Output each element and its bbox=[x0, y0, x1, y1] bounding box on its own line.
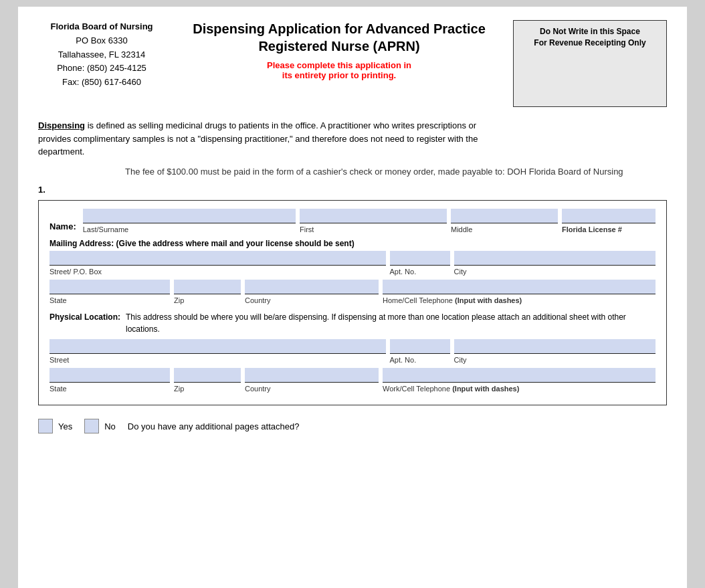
physical-street-label: Street bbox=[49, 356, 386, 364]
middle-name-group: Middle bbox=[451, 209, 558, 233]
description: Dispensing is defined as selling medicin… bbox=[38, 119, 493, 159]
mailing-apt-label: Apt. No. bbox=[390, 268, 450, 276]
page-title: Dispensing Application for Advanced Prac… bbox=[179, 20, 500, 55]
yes-label: Yes bbox=[58, 421, 72, 431]
last-surname-group: Last/Surname bbox=[83, 209, 296, 233]
mailing-city-input[interactable] bbox=[454, 251, 656, 266]
physical-location-desc: This address should be where you will be… bbox=[126, 311, 656, 335]
physical-apt-label: Apt. No. bbox=[390, 356, 450, 364]
physical-location-label: Physical Location: bbox=[49, 311, 120, 322]
bottom-row: Yes No Do you have any additional pages … bbox=[38, 419, 667, 433]
physical-state-row: State Zip Country Work/Cell Telephone (I… bbox=[49, 368, 656, 393]
name-row: Name: Last/Surname First Middle Florida … bbox=[49, 209, 656, 233]
physical-street-group: Street bbox=[49, 339, 386, 364]
org-phone: Phone: (850) 245-4125 bbox=[38, 62, 165, 76]
physical-zip-group: Zip bbox=[174, 368, 241, 393]
mailing-country-group: Country bbox=[245, 280, 379, 304]
physical-zip-input[interactable] bbox=[174, 368, 241, 383]
mailing-city-group: City bbox=[454, 251, 656, 276]
org-name: Florida Board of Nursing bbox=[38, 20, 165, 34]
mailing-zip-group: Zip bbox=[174, 280, 241, 304]
florida-license-label: Florida License # bbox=[562, 225, 656, 233]
mailing-country-label: Country bbox=[245, 296, 379, 304]
mailing-street-city-row: Street/ P.O. Box Apt. No. City bbox=[49, 251, 656, 276]
physical-apt-input[interactable] bbox=[390, 339, 450, 354]
physical-city-label: City bbox=[454, 356, 656, 364]
yes-checkbox[interactable] bbox=[38, 419, 53, 433]
physical-zip-label: Zip bbox=[174, 385, 241, 393]
no-checkbox[interactable] bbox=[84, 419, 99, 433]
first-name-label: First bbox=[300, 225, 447, 233]
org-fax: Fax: (850) 617-6460 bbox=[38, 76, 165, 90]
name-label: Name: bbox=[49, 221, 76, 233]
mailing-zip-input[interactable] bbox=[174, 280, 241, 294]
first-name-group: First bbox=[300, 209, 447, 233]
mailing-phone-label: Home/Cell Telephone (Input with dashes) bbox=[383, 296, 656, 304]
mailing-phone-input[interactable] bbox=[383, 280, 656, 294]
section-1-number: 1. bbox=[38, 185, 667, 195]
mailing-country-input[interactable] bbox=[245, 280, 379, 294]
revenue-box: Do Not Write in this Space For Revenue R… bbox=[513, 20, 667, 107]
physical-city-group: City bbox=[454, 339, 656, 364]
mailing-state-row: State Zip Country Home/Cell Telephone (I… bbox=[49, 280, 656, 304]
mailing-phone-group: Home/Cell Telephone (Input with dashes) bbox=[383, 280, 656, 304]
physical-street-city-row: Street Apt. No. City bbox=[49, 339, 656, 364]
middle-name-label: Middle bbox=[451, 225, 558, 233]
physical-location-row: Physical Location: This address should b… bbox=[49, 311, 656, 335]
form-box-section1: Name: Last/Surname First Middle Florida … bbox=[38, 200, 667, 405]
org-po-box: PO Box 6330 bbox=[38, 34, 165, 48]
title-area: Dispensing Application for Advanced Prac… bbox=[165, 20, 513, 80]
physical-apt-group: Apt. No. bbox=[390, 339, 450, 364]
mailing-city-label: City bbox=[454, 268, 656, 276]
org-city-state: Tallahassee, FL 32314 bbox=[38, 48, 165, 62]
org-info: Florida Board of Nursing PO Box 6330 Tal… bbox=[38, 20, 165, 90]
mailing-address-label: Mailing Address: (Give the address where… bbox=[49, 239, 656, 248]
physical-country-input[interactable] bbox=[245, 368, 379, 383]
mailing-street-group: Street/ P.O. Box bbox=[49, 251, 386, 276]
first-name-input[interactable] bbox=[300, 209, 447, 223]
subtitle: Please complete this application in its … bbox=[179, 60, 500, 80]
mailing-state-label: State bbox=[49, 296, 170, 304]
mailing-zip-label: Zip bbox=[174, 296, 241, 304]
description-rest: is defined as selling medicinal drugs to… bbox=[38, 120, 478, 157]
physical-phone-input[interactable] bbox=[383, 368, 656, 383]
revenue-text: Do Not Write in this Space For Revenue R… bbox=[519, 26, 661, 49]
mailing-apt-group: Apt. No. bbox=[390, 251, 450, 276]
physical-phone-group: Work/Cell Telephone (Input with dashes) bbox=[383, 368, 656, 393]
physical-state-label: State bbox=[49, 385, 170, 393]
physical-state-group: State bbox=[49, 368, 170, 393]
last-surname-label: Last/Surname bbox=[83, 225, 296, 233]
mailing-apt-input[interactable] bbox=[390, 251, 450, 266]
middle-name-input[interactable] bbox=[451, 209, 558, 223]
no-label: No bbox=[104, 421, 116, 431]
mailing-street-label: Street/ P.O. Box bbox=[49, 268, 386, 276]
dispensing-term: Dispensing bbox=[38, 120, 85, 130]
mailing-street-input[interactable] bbox=[49, 251, 386, 266]
physical-phone-label: Work/Cell Telephone (Input with dashes) bbox=[383, 385, 656, 393]
mailing-state-group: State bbox=[49, 280, 170, 304]
physical-country-label: Country bbox=[245, 385, 379, 393]
last-surname-input[interactable] bbox=[83, 209, 296, 223]
physical-street-input[interactable] bbox=[49, 339, 386, 354]
page: Florida Board of Nursing PO Box 6330 Tal… bbox=[18, 7, 687, 588]
mailing-state-input[interactable] bbox=[49, 280, 170, 294]
fee-text: The fee of $100.00 must be paid in the f… bbox=[125, 165, 667, 179]
additional-pages-question: Do you have any additional pages attache… bbox=[128, 421, 300, 431]
header-area: Florida Board of Nursing PO Box 6330 Tal… bbox=[38, 20, 667, 107]
physical-country-group: Country bbox=[245, 368, 379, 393]
florida-license-group: Florida License # bbox=[562, 209, 656, 233]
physical-city-input[interactable] bbox=[454, 339, 656, 354]
florida-license-input[interactable] bbox=[562, 209, 656, 223]
physical-state-input[interactable] bbox=[49, 368, 170, 383]
